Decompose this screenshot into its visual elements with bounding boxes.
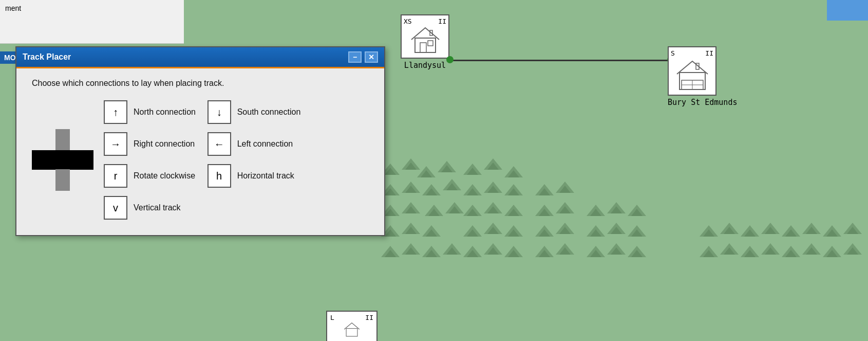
mountain-inner-icon (826, 250, 838, 257)
mountain-inner-icon (611, 247, 622, 255)
close-button[interactable]: ✕ (365, 51, 378, 63)
cross-horizontal (32, 150, 93, 170)
llandysul-house-icon (407, 25, 443, 53)
svg-rect-1 (420, 43, 426, 52)
vertical-track-item: v Vertical track (104, 196, 197, 220)
mountain-inner-icon (405, 227, 417, 234)
track-placer-dialog: Track Placer − ✕ Choose which connection… (15, 46, 385, 236)
bury-pause-badge: II (705, 49, 713, 57)
controls-grid: ↑ North connection ↓ South connection → (104, 100, 300, 220)
left-connection-label: Left connection (237, 139, 293, 149)
south-key-box[interactable]: ↓ (207, 100, 231, 124)
mountain-inner-icon (508, 170, 519, 177)
mountain-inner-icon (631, 229, 643, 237)
top-right-decoration (827, 0, 868, 21)
mountain-inner-icon (765, 227, 776, 234)
mountain-inner-icon (744, 229, 756, 237)
north-key-symbol: ↑ (113, 106, 118, 118)
mountain-inner-icon (806, 227, 817, 234)
mountain-inner-icon (539, 209, 550, 216)
svg-rect-9 (346, 329, 357, 336)
mountain-inner-icon (508, 250, 519, 257)
vertical-key-box[interactable]: v (104, 196, 127, 220)
mountain-inner-icon (631, 209, 643, 216)
horizontal-track-item: h Horizontal track (207, 164, 301, 188)
rotate-key-box[interactable]: r (104, 164, 127, 188)
north-key-box[interactable]: ↑ (104, 100, 127, 124)
mountain-inner-icon (426, 250, 437, 257)
mountain-inner-icon (508, 229, 519, 237)
cross-vertical-bottom (55, 169, 70, 191)
cross-vertical-top (55, 129, 70, 151)
mountain-inner-icon (449, 206, 460, 213)
llandysul-station[interactable]: XS II Llandysul (401, 14, 449, 70)
mountain-inner-icon (806, 247, 817, 255)
mountain-inner-icon (508, 188, 519, 195)
bottom-pause: II (365, 314, 373, 321)
dialog-content: Choose which connections to lay when pla… (16, 68, 384, 235)
mountain-inner-icon (590, 229, 601, 237)
mountain-inner-icon (426, 188, 437, 195)
minimize-button[interactable]: − (348, 51, 362, 63)
mountain-inner-icon (385, 229, 396, 237)
dialog-body: ↑ North connection ↓ South connection → (32, 100, 369, 220)
mountain-inner-icon (590, 250, 601, 257)
mountain-inner-icon (611, 206, 622, 213)
right-key-symbol: → (110, 138, 121, 150)
cross-shape-icon (32, 129, 93, 191)
dialog-description: Choose which connections to lay when pla… (32, 79, 369, 88)
dialog-title: Track Placer (23, 52, 71, 62)
mountain-inner-icon (703, 250, 714, 257)
north-connection-label: North connection (134, 107, 196, 117)
horizontal-key-symbol: h (216, 170, 222, 182)
dialog-titlebar-buttons: − ✕ (348, 51, 378, 63)
llandysul-size-badge: XS (404, 17, 412, 25)
right-key-box[interactable]: → (104, 132, 127, 156)
north-connection-item: ↑ North connection (104, 100, 197, 124)
mountain-inner-icon (611, 227, 622, 234)
mountain-inner-icon (446, 183, 458, 190)
mountain-inner-icon (847, 247, 858, 255)
mountain-inner-icon (385, 250, 396, 257)
mountain-inner-icon (487, 186, 499, 193)
bottom-station[interactable]: L II (326, 311, 378, 341)
sidebar-text: ment (0, 0, 184, 16)
mountain-inner-icon (467, 209, 478, 216)
mountain-inner-icon (590, 209, 601, 216)
left-connection-item: ← Left connection (207, 132, 301, 156)
mountain-inner-icon (385, 168, 396, 175)
left-key-box[interactable]: ← (207, 132, 231, 156)
right-connection-item: → Right connection (104, 132, 197, 156)
track-dot-left (446, 56, 454, 63)
llandysul-label: Llandysul (401, 61, 449, 70)
mountain-inner-icon (847, 227, 858, 234)
mountain-inner-icon (559, 227, 571, 234)
mountain-inner-icon (405, 247, 417, 255)
bury-size-badge: S (671, 49, 675, 57)
mountain-inner-icon (385, 209, 396, 216)
mountain-inner-icon (467, 188, 478, 195)
mountain-inner-icon (405, 206, 417, 213)
mountain-inner-icon (426, 229, 437, 237)
mountain-inner-icon (724, 247, 735, 255)
mountain-inner-icon (559, 186, 571, 193)
mountain-inner-icon (539, 188, 550, 195)
mountain-inner-icon (539, 229, 550, 237)
mountain-inner-icon (508, 209, 519, 216)
mountain-inner-icon (405, 163, 417, 170)
mountain-inner-icon (421, 170, 432, 177)
mountain-inner-icon (785, 229, 797, 237)
bury-house-icon (674, 57, 710, 91)
bury-st-edmunds-station[interactable]: S II Bury St Edmunds (668, 46, 737, 107)
mountain-inner-icon (559, 206, 571, 213)
mountain-inner-icon (539, 250, 550, 257)
mountain-inner-icon (487, 163, 499, 170)
south-connection-label: South connection (237, 107, 301, 117)
left-key-symbol: ← (214, 138, 224, 150)
horizontal-key-box[interactable]: h (207, 164, 231, 188)
llandysul-pause-badge: II (438, 17, 446, 25)
mountain-inner-icon (446, 247, 458, 255)
dialog-titlebar: Track Placer − ✕ (16, 47, 384, 68)
mountain-inner-icon (385, 188, 396, 195)
mountain-inner-icon (467, 229, 478, 237)
